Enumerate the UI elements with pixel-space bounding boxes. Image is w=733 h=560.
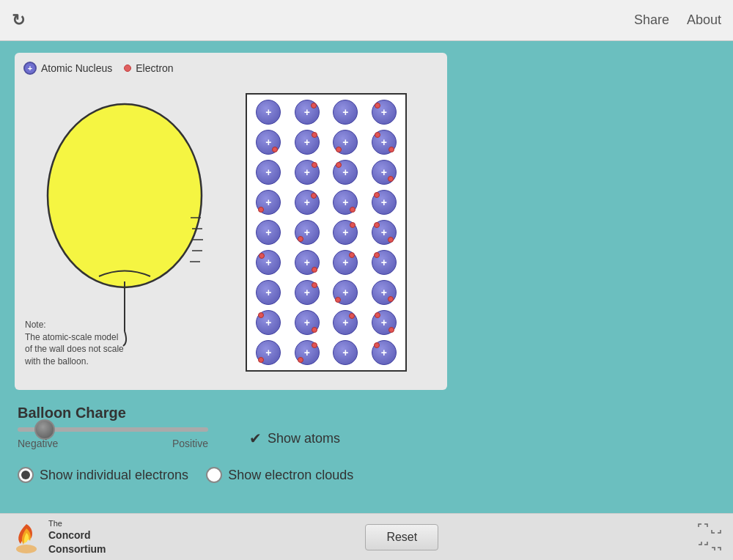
atom: +: [372, 310, 397, 335]
atom: +: [295, 190, 320, 215]
atom-cell: +: [250, 128, 287, 156]
atom: +: [295, 130, 320, 155]
reset-button[interactable]: Reset: [365, 524, 438, 550]
electron-legend-item: Electron: [124, 62, 173, 74]
atom: +: [333, 160, 358, 185]
atom-cell: +: [289, 248, 326, 277]
atom-cell: +: [289, 309, 326, 337]
about-button[interactable]: About: [687, 12, 721, 28]
atom-cell: +: [366, 339, 403, 367]
svg-point-7: [16, 545, 37, 553]
controls-area: Balloon Charge Negative Positive ✔ Show …: [15, 399, 447, 483]
top-bar: ↻ Share About: [0, 0, 733, 41]
positive-label: Positive: [172, 438, 208, 449]
atom: +: [333, 220, 358, 245]
atom-cell: +: [366, 218, 403, 246]
fullscreen-controls[interactable]: [698, 523, 721, 551]
atom-cell: +: [327, 279, 364, 307]
atom: +: [256, 160, 281, 185]
atom: +: [295, 280, 320, 305]
nucleus-label: Atomic Nucleus: [41, 62, 112, 74]
nucleus-legend-item: + Atomic Nucleus: [23, 62, 112, 75]
simulation-panel: + Atomic Nucleus Electron: [15, 53, 447, 390]
atom-cell: +: [289, 158, 326, 186]
atom: +: [372, 130, 397, 155]
atom: +: [333, 340, 358, 365]
atom: +: [372, 100, 397, 125]
atom-cell: +: [250, 248, 287, 277]
atom-cell: +: [327, 339, 364, 367]
charge-slider[interactable]: [18, 427, 208, 432]
atom-cell: +: [250, 188, 287, 216]
atom: +: [372, 190, 397, 215]
atom: +: [333, 100, 358, 125]
atom: +: [256, 130, 281, 155]
atom: +: [295, 340, 320, 365]
individual-electrons-label: Show individual electrons: [40, 468, 188, 483]
atom-cell: +: [327, 309, 364, 337]
atom: +: [372, 250, 397, 275]
atom-cell: +: [366, 128, 403, 156]
wall-panel: + + + + + + + + + + + + + + + + +: [246, 93, 407, 372]
atom-cell: +: [289, 279, 326, 307]
fullscreen-collapse-icon: [698, 541, 708, 551]
fullscreen-expand-icon: [698, 523, 708, 534]
show-atoms-label[interactable]: Show atoms: [268, 431, 340, 446]
atom: +: [295, 160, 320, 185]
note-text: Note: The atomic-scale modelof the wall …: [25, 319, 124, 368]
atom-cell: +: [250, 279, 287, 307]
atom: +: [256, 220, 281, 245]
balloon-svg: [29, 82, 227, 353]
atom-cell: +: [250, 339, 287, 367]
share-button[interactable]: Share: [634, 12, 669, 28]
electron-display-row: Show individual electrons Show electron …: [18, 467, 447, 483]
atom: +: [256, 280, 281, 305]
concord-logo: The Concord Consortium: [12, 518, 106, 556]
the-label: The: [48, 518, 106, 528]
electron-clouds-radio[interactable]: [206, 467, 222, 483]
atom-cell: +: [289, 218, 326, 246]
negative-label: Negative: [18, 438, 58, 449]
concord-name: Concord: [48, 528, 106, 542]
atom: +: [372, 280, 397, 305]
atom-cell: +: [250, 158, 287, 186]
atom-cell: +: [289, 188, 326, 216]
atom: +: [333, 190, 358, 215]
atom-cell: +: [366, 309, 403, 337]
atom: +: [372, 340, 397, 365]
atom: +: [372, 160, 397, 185]
electron-clouds-label: Show electron clouds: [228, 468, 353, 483]
atom-cell: +: [250, 309, 287, 337]
atom: +: [333, 310, 358, 335]
fullscreen-expand2-icon: [711, 523, 721, 534]
atom-cell: +: [289, 339, 326, 367]
nucleus-icon: +: [23, 62, 37, 75]
note-body: The atomic-scale modelof the wall does n…: [25, 332, 124, 367]
electron-clouds-option[interactable]: Show electron clouds: [206, 467, 353, 483]
atom-cell: +: [250, 218, 287, 246]
atom: +: [295, 250, 320, 275]
electron-icon: [124, 65, 131, 72]
individual-electrons-radio[interactable]: [18, 467, 34, 483]
atom: +: [333, 250, 358, 275]
atom-cell: +: [366, 158, 403, 186]
radio-inner-filled: [21, 471, 30, 479]
atom-cell: +: [327, 218, 364, 246]
atom: +: [256, 340, 281, 365]
atom: +: [372, 220, 397, 245]
main-content: + Atomic Nucleus Electron: [0, 41, 733, 495]
individual-electrons-option[interactable]: Show individual electrons: [18, 467, 188, 483]
atom-cell: +: [289, 128, 326, 156]
atom: +: [295, 100, 320, 125]
slider-row: [18, 427, 208, 432]
atom-cell: +: [327, 128, 364, 156]
atom-cell: +: [366, 188, 403, 216]
concord-flame-icon: [12, 518, 41, 555]
atom-cell: +: [289, 97, 326, 126]
atom: +: [256, 100, 281, 125]
atom: +: [256, 190, 281, 215]
atom: +: [333, 130, 358, 155]
svg-point-0: [48, 104, 202, 287]
concord-text: The Concord Consortium: [48, 518, 106, 556]
reload-icon[interactable]: ↻: [12, 11, 25, 30]
